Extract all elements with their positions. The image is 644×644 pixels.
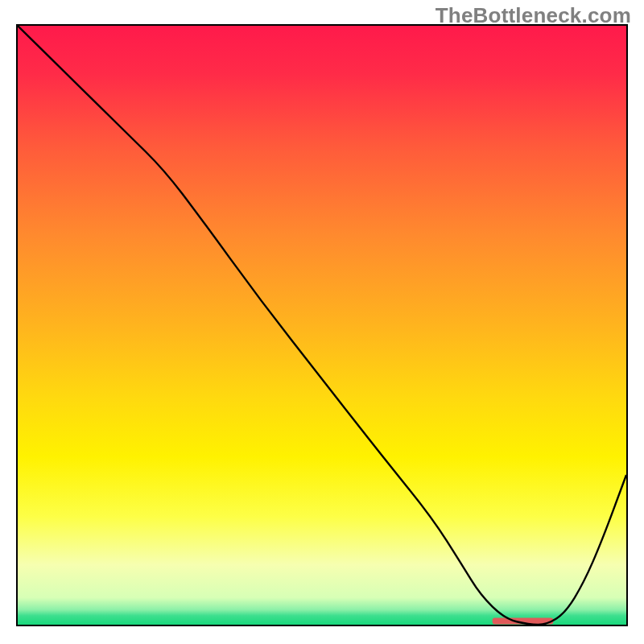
chart-svg bbox=[18, 26, 626, 625]
chart-stage: TheBottleneck.com bbox=[0, 0, 644, 644]
plot-area bbox=[16, 24, 628, 626]
watermark-text: TheBottleneck.com bbox=[436, 3, 631, 28]
